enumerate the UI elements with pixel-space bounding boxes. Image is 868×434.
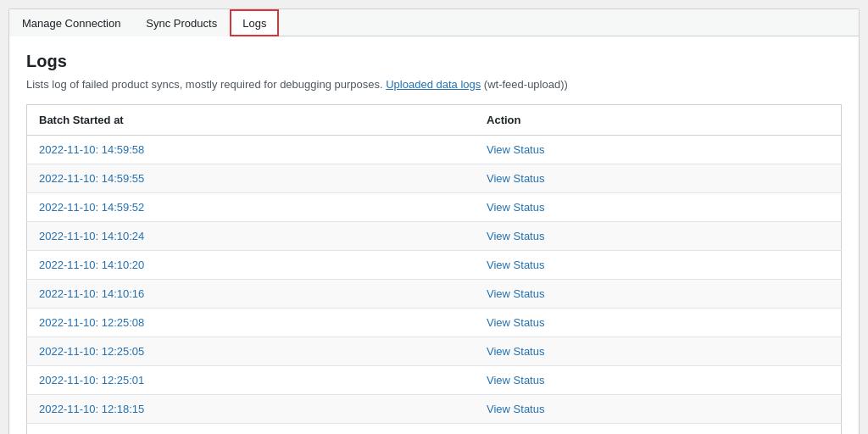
view-status-link[interactable]: View Status (487, 403, 544, 415)
date-cell: 2022-11-10: 14:10:20 (27, 251, 476, 280)
action-cell: View Status (475, 222, 841, 251)
tab-logs[interactable]: Logs (230, 9, 279, 36)
date-cell: 2022-11-10: 12:25:08 (27, 309, 476, 337)
col-header-action: Action (475, 105, 841, 136)
table-row: 2022-11-10: 12:25:08View Status (27, 309, 842, 337)
view-status-link[interactable]: View Status (487, 287, 544, 300)
logs-table-body: 2022-11-10: 14:59:58View Status2022-11-1… (27, 136, 842, 435)
date-cell: 2022-11-10: 14:59:52 (27, 193, 476, 222)
action-cell: View Status (475, 337, 841, 366)
action-cell: View Status (475, 395, 841, 424)
date-link[interactable]: 2022-11-10: 14:59:55 (39, 172, 144, 185)
table-row: 2022-11-10: 14:10:20View Status (27, 251, 842, 280)
date-link[interactable]: 2022-11-10: 12:25:01 (39, 374, 144, 387)
view-status-link[interactable]: View Status (487, 374, 544, 387)
view-status-link[interactable]: View Status (487, 345, 544, 358)
page-title: Logs (26, 52, 842, 71)
description-suffix: (wt-feed-upload)) (481, 78, 568, 91)
view-status-link[interactable]: View Status (487, 316, 544, 329)
action-cell: View Status (475, 193, 841, 222)
table-row: 2022-11-10: 14:59:55View Status (27, 164, 842, 193)
content-area: Logs Lists log of failed product syncs, … (9, 36, 859, 434)
action-cell: View Status (475, 366, 841, 395)
table-row: 2022-11-10: 12:25:01View Status (27, 366, 842, 395)
date-link[interactable]: 2022-11-10: 12:25:05 (39, 345, 144, 358)
date-cell: 2022-11-10: 12:25:05 (27, 337, 476, 366)
date-link[interactable]: 2022-11-10: 14:59:58 (39, 143, 144, 156)
table-row: 2022-11-10: 14:10:16View Status (27, 280, 842, 309)
action-cell: View Status (475, 424, 841, 435)
date-link[interactable]: 2022-11-10: 14:59:52 (39, 201, 144, 214)
action-cell: View Status (475, 251, 841, 280)
view-status-link[interactable]: View Status (487, 172, 544, 185)
tab-sync-products[interactable]: Sync Products (133, 9, 230, 36)
logs-table: Batch Started at Action 2022-11-10: 14:5… (26, 104, 842, 434)
uploaded-logs-link[interactable]: Uploaded data logs (386, 78, 481, 91)
date-cell: 2022-11-10: 14:59:58 (27, 136, 476, 164)
table-row: 2022-11-10: 14:59:52View Status (27, 193, 842, 222)
date-cell: 2022-11-10: 12:18:12 (27, 424, 476, 435)
view-status-link[interactable]: View Status (487, 259, 544, 271)
tab-manage-connection[interactable]: Manage Connection (9, 9, 133, 36)
page-wrapper: Manage Connection Sync Products Logs Log… (8, 8, 860, 434)
date-link[interactable]: 2022-11-10: 14:10:24 (39, 230, 144, 242)
description-text: Lists log of failed product syncs, mostl… (26, 78, 383, 91)
table-header-row: Batch Started at Action (27, 105, 842, 136)
table-row: 2022-11-10: 14:10:24View Status (27, 222, 842, 251)
action-cell: View Status (475, 136, 841, 164)
date-cell: 2022-11-10: 14:10:16 (27, 280, 476, 309)
action-cell: View Status (475, 309, 841, 337)
date-cell: 2022-11-10: 14:59:55 (27, 164, 476, 193)
date-link[interactable]: 2022-11-10: 12:25:08 (39, 316, 144, 329)
col-header-date: Batch Started at (27, 105, 476, 136)
date-cell: 2022-11-10: 12:25:01 (27, 366, 476, 395)
date-cell: 2022-11-10: 12:18:15 (27, 395, 476, 424)
date-link[interactable]: 2022-11-10: 12:18:15 (39, 403, 144, 415)
date-cell: 2022-11-10: 14:10:24 (27, 222, 476, 251)
table-row: 2022-11-10: 12:18:15View Status (27, 395, 842, 424)
page-description: Lists log of failed product syncs, mostl… (26, 78, 842, 91)
view-status-link[interactable]: View Status (487, 143, 544, 156)
view-status-link[interactable]: View Status (487, 201, 544, 214)
action-cell: View Status (475, 164, 841, 193)
view-status-link[interactable]: View Status (487, 230, 544, 242)
date-link[interactable]: 2022-11-10: 14:10:16 (39, 287, 144, 300)
action-cell: View Status (475, 280, 841, 309)
table-row: 2022-11-10: 12:18:12View Status (27, 424, 842, 435)
tab-bar: Manage Connection Sync Products Logs (9, 9, 859, 36)
table-row: 2022-11-10: 12:25:05View Status (27, 337, 842, 366)
table-row: 2022-11-10: 14:59:58View Status (27, 136, 842, 164)
date-link[interactable]: 2022-11-10: 14:10:20 (39, 259, 144, 271)
